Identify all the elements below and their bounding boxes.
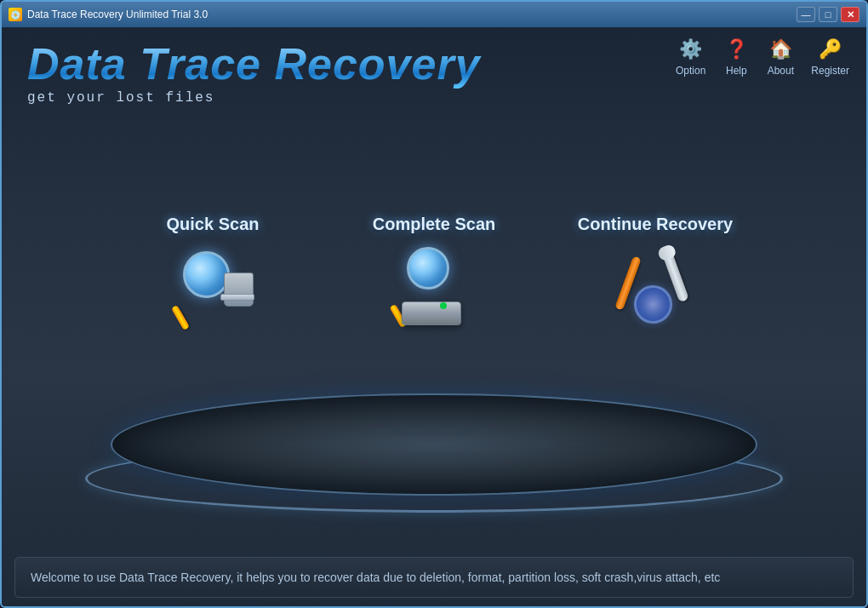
close-button[interactable]: ✕ [841, 7, 859, 22]
minimize-button[interactable]: — [797, 7, 815, 22]
scan-buttons-row: Quick Scan Complete Scan [85, 215, 783, 336]
hard-drive-icon [402, 301, 461, 325]
complete-scan-label: Complete Scan [373, 215, 495, 234]
register-button[interactable]: 🔑 Register [811, 36, 849, 77]
window-title: Data Trace Recovery Unlimited Trial 3.0 [27, 9, 797, 20]
status-message: Welcome to use Data Trace Recovery, it h… [31, 568, 837, 587]
app-icon: 💿 [9, 8, 22, 21]
trash-lid [220, 294, 254, 301]
about-button[interactable]: 🏠 About [767, 36, 794, 77]
quick-scan-button[interactable]: Quick Scan [128, 215, 298, 336]
trash-can-icon [224, 272, 254, 307]
recovery-tools-icon [608, 243, 702, 336]
oval-surface [111, 393, 757, 496]
magnifier-handle [171, 305, 190, 330]
hdd-activity-light [440, 302, 447, 309]
app-subtitle: get your lost files [27, 90, 841, 106]
option-label: Option [676, 65, 705, 77]
option-button[interactable]: ⚙️ Option [676, 36, 705, 77]
continue-recovery-label: Continue Recovery [578, 215, 733, 234]
quick-scan-icon [170, 247, 255, 332]
oval-platform [102, 368, 766, 504]
register-label: Register [811, 65, 849, 77]
platform-area: Quick Scan Complete Scan [85, 215, 783, 504]
about-label: About [768, 65, 794, 77]
main-window: 💿 Data Trace Recovery Unlimited Trial 3.… [0, 0, 868, 608]
register-icon: 🔑 [817, 36, 844, 63]
help-label: Help [726, 65, 747, 77]
gear-icon [634, 285, 672, 324]
quick-scan-icon-container [166, 243, 260, 336]
titlebar: 💿 Data Trace Recovery Unlimited Trial 3.… [2, 2, 866, 27]
complete-scan-icon [391, 247, 477, 332]
main-content: ⚙️ Option ❓ Help 🏠 About 🔑 Register Data… [2, 27, 866, 606]
magnifier-glass-2 [407, 247, 449, 290]
maximize-button[interactable]: □ [819, 7, 837, 22]
window-controls: — □ ✕ [797, 7, 859, 22]
quick-scan-label: Quick Scan [167, 215, 260, 234]
continue-recovery-button[interactable]: Continue Recovery [570, 215, 740, 336]
magnifier-glass [183, 251, 230, 298]
complete-scan-icon-container [387, 243, 481, 336]
option-icon: ⚙️ [677, 36, 705, 63]
recovery-icon-container [608, 243, 702, 336]
help-icon: ❓ [722, 36, 750, 63]
complete-scan-button[interactable]: Complete Scan [349, 215, 519, 336]
about-icon: 🏠 [767, 36, 794, 63]
toolbar: ⚙️ Option ❓ Help 🏠 About 🔑 Register [676, 36, 849, 77]
status-bar: Welcome to use Data Trace Recovery, it h… [14, 557, 854, 598]
help-button[interactable]: ❓ Help [722, 36, 750, 77]
